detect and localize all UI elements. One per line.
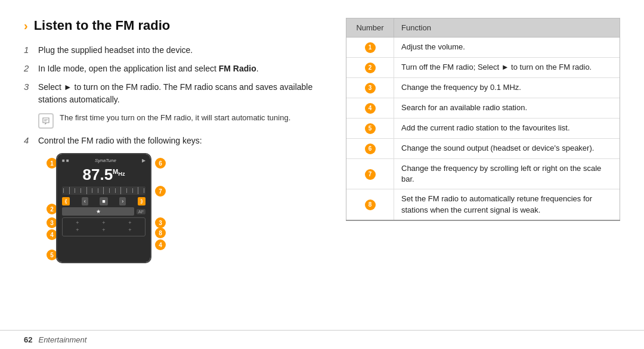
badge-6: 6 bbox=[155, 158, 166, 169]
device-signal: ■ ■ bbox=[62, 158, 69, 163]
fav-row-1: + + + bbox=[64, 220, 143, 226]
table-cell-function: Set the FM radio to automatically retune… bbox=[394, 189, 620, 220]
section-header: › Listen to the FM radio bbox=[24, 18, 322, 33]
freq-value: 87.5 bbox=[83, 166, 113, 183]
page-label: Entertainment bbox=[38, 335, 86, 344]
badge-4-right: 4 bbox=[155, 239, 166, 250]
step-text-1: Plug the supplied headset into the devic… bbox=[38, 44, 193, 57]
step-2: 2 In Idle mode, open the application lis… bbox=[24, 63, 322, 75]
tick bbox=[80, 188, 81, 193]
ctrl-stop: ■ bbox=[100, 197, 107, 205]
fav-cell: + bbox=[102, 220, 105, 226]
right-column: Number Function 1Adjust the volume.2Turn… bbox=[346, 18, 620, 324]
table-cell-function: Change the sound output (headset or devi… bbox=[394, 139, 620, 159]
table-row: 5Add the current radio station to the fa… bbox=[346, 119, 620, 139]
ctrl-fav1: ★ bbox=[62, 207, 134, 216]
col-function: Function bbox=[394, 18, 620, 38]
table-cell-number: 2 bbox=[346, 58, 394, 78]
fav-cell: + bbox=[102, 227, 105, 233]
table-cell-function: Add the current radio station to the fav… bbox=[394, 119, 620, 139]
badge-table-5: 5 bbox=[365, 123, 376, 134]
step-num-4: 4 bbox=[24, 135, 32, 145]
step-1: 1 Plug the supplied headset into the dev… bbox=[24, 44, 322, 57]
badge-table-4: 4 bbox=[365, 103, 376, 114]
freq-display: 87.5MHz bbox=[62, 166, 145, 184]
tick bbox=[92, 188, 92, 193]
scale-ticks bbox=[62, 186, 145, 195]
device-brand: SynaTune bbox=[95, 158, 116, 163]
ctrl-ff: ⟫ bbox=[138, 197, 145, 205]
fav-row-2: + + + bbox=[64, 227, 143, 233]
note-text: The first time you turn on the FM radio,… bbox=[60, 112, 290, 124]
table-cell-number: 4 bbox=[346, 98, 394, 119]
device-top-bar: ■ ■ SynaTune ▶ bbox=[62, 158, 145, 163]
page-footer: 62 Entertainment bbox=[0, 330, 644, 349]
tick bbox=[63, 188, 64, 193]
table-cell-function: Turn off the FM radio; Select ► to turn … bbox=[394, 58, 620, 78]
fav-cell: + bbox=[128, 220, 131, 226]
tick bbox=[144, 188, 144, 193]
device-time: ▶ bbox=[142, 158, 145, 163]
chevron-icon: › bbox=[24, 19, 28, 33]
table-row: 6Change the sound output (headset or dev… bbox=[346, 139, 620, 159]
badge-8: 8 bbox=[155, 228, 166, 238]
table-cell-function: Adjust the volume. bbox=[394, 38, 620, 58]
table-row: 2Turn off the FM radio; Select ► to turn… bbox=[346, 58, 620, 78]
badge-table-7: 7 bbox=[365, 169, 376, 180]
table-body: 1Adjust the volume.2Turn off the FM radi… bbox=[346, 38, 620, 220]
tick bbox=[120, 187, 121, 194]
device-diagram: 1 6 7 2 3 3 8 4 4 5 ■ ■ bbox=[38, 153, 169, 272]
tick bbox=[132, 188, 133, 193]
tick bbox=[109, 188, 110, 193]
tick bbox=[115, 188, 116, 193]
table-cell-number: 1 bbox=[346, 38, 394, 58]
step-num-3: 3 bbox=[24, 81, 32, 92]
device-frame: ■ ■ SynaTune ▶ 87.5MHz bbox=[56, 153, 151, 263]
badge-table-8: 8 bbox=[365, 200, 376, 210]
note-svg bbox=[42, 117, 50, 125]
table-row: 1Adjust the volume. bbox=[346, 38, 620, 58]
col-number: Number bbox=[346, 18, 394, 38]
page-number: 62 bbox=[24, 335, 32, 344]
badge-table-1: 1 bbox=[365, 42, 376, 53]
table-cell-function: Change the frequency by scrolling left o… bbox=[394, 159, 620, 189]
note-box: The first time you turn on the FM radio,… bbox=[38, 112, 322, 129]
fav-cell: + bbox=[76, 220, 79, 226]
step-4: 4 Control the FM radio with the followin… bbox=[24, 135, 322, 147]
af-badge: AF bbox=[137, 209, 145, 214]
tick bbox=[103, 187, 104, 194]
fav-cell: + bbox=[128, 227, 131, 233]
fav-grid: + + + + + + bbox=[62, 217, 145, 236]
table-cell-number: 8 bbox=[346, 189, 394, 220]
controls-row-2: ★ AF bbox=[62, 207, 145, 216]
tick bbox=[69, 187, 70, 194]
badge-3-right: 3 bbox=[155, 217, 166, 228]
tick bbox=[126, 188, 127, 193]
table-cell-function: Change the frequency by 0.1 MHz. bbox=[394, 78, 620, 98]
page-title: Listen to the FM radio bbox=[34, 18, 171, 33]
step-text-2: In Idle mode, open the application list … bbox=[38, 63, 259, 75]
step-text-3: Select ► to turn on the FM radio. The FM… bbox=[38, 81, 322, 106]
ctrl-prev: ‹ bbox=[82, 197, 88, 205]
table-row: 8Set the FM radio to automatically retun… bbox=[346, 189, 620, 220]
tick bbox=[86, 187, 87, 194]
table-row: 3Change the frequency by 0.1 MHz. bbox=[346, 78, 620, 98]
step-num-1: 1 bbox=[24, 44, 32, 55]
ctrl-next: › bbox=[119, 197, 126, 205]
table-row: 7Change the frequency by scrolling left … bbox=[346, 159, 620, 189]
tick bbox=[75, 188, 75, 193]
table-cell-number: 5 bbox=[346, 119, 394, 139]
table-header-row: Number Function bbox=[346, 18, 620, 38]
tick bbox=[98, 188, 98, 193]
left-column: › Listen to the FM radio 1 Plug the supp… bbox=[24, 18, 322, 324]
table-row: 4Search for an available radio station. bbox=[346, 98, 620, 119]
note-icon bbox=[38, 113, 54, 129]
table-cell-function: Search for an available radio station. bbox=[394, 98, 620, 119]
badge-table-3: 3 bbox=[365, 83, 376, 94]
freq-unit: MHz bbox=[113, 168, 125, 175]
function-table: Number Function 1Adjust the volume.2Turn… bbox=[346, 18, 620, 221]
badge-table-2: 2 bbox=[365, 63, 376, 73]
step-3: 3 Select ► to turn on the FM radio. The … bbox=[24, 81, 322, 106]
fav-cell: + bbox=[76, 227, 79, 233]
step-num-2: 2 bbox=[24, 63, 32, 73]
